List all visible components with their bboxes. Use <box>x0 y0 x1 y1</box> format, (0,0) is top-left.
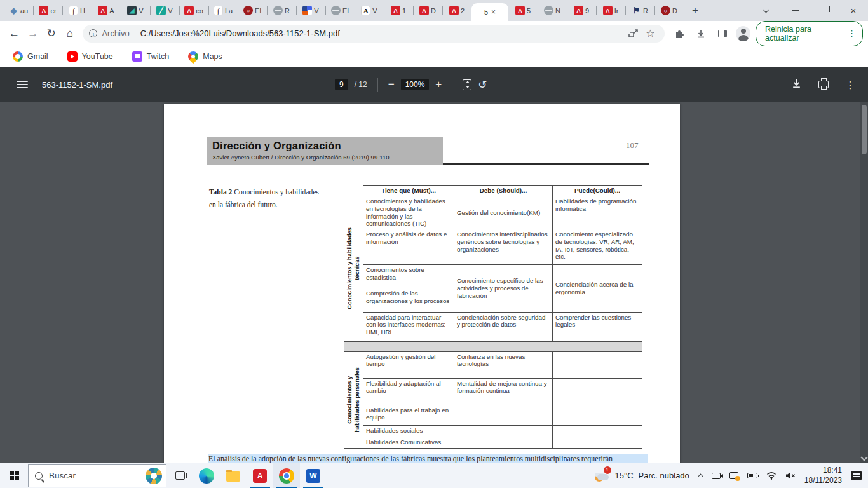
close-tab-icon[interactable]: × <box>491 8 496 17</box>
time: 18:41 <box>823 466 842 476</box>
browser-tab[interactable]: R <box>267 0 296 21</box>
meet-now-icon[interactable] <box>712 473 721 479</box>
active-browser-tab[interactable]: 5× <box>471 3 508 21</box>
wifi-icon[interactable] <box>766 471 776 480</box>
side-panel-icon[interactable] <box>714 25 731 42</box>
page-number-input[interactable]: 9 <box>335 79 348 90</box>
bookmark-label: Gmail <box>27 52 48 61</box>
acrobat-favicon: A <box>515 6 525 15</box>
browser-menu-kebab-icon[interactable]: ⋮ <box>848 29 856 38</box>
browser-tab[interactable]: A9 <box>567 0 596 21</box>
browser-tab[interactable]: AV <box>355 0 384 21</box>
new-tab-button[interactable]: + <box>686 2 704 20</box>
browser-tab[interactable]: El <box>325 0 355 21</box>
browser-tab[interactable]: ○El <box>238 0 267 21</box>
zoom-level-input[interactable]: 100% <box>401 79 430 90</box>
browser-tab[interactable]: ○D <box>654 0 684 21</box>
extensions-icon[interactable] <box>671 25 688 42</box>
tray-chevron-up-icon[interactable] <box>698 472 703 479</box>
browser-tab[interactable]: AIr <box>596 0 625 21</box>
browser-tab[interactable]: ∫La <box>208 0 238 21</box>
tab-title: V <box>314 7 318 15</box>
document-page-number: 107 <box>626 140 639 151</box>
pdf-print-icon[interactable] <box>818 81 829 88</box>
pdf-menu-icon[interactable] <box>17 81 28 88</box>
restore-button[interactable] <box>810 0 839 21</box>
restart-to-update-button[interactable]: Reinicia para actualizar ⋮ <box>756 21 863 46</box>
close-window-button[interactable]: × <box>839 0 868 21</box>
back-icon[interactable]: ← <box>5 24 24 43</box>
search-icon <box>35 472 43 480</box>
tab-title: 9 <box>585 7 589 15</box>
taskbar-app-edge[interactable] <box>193 463 220 488</box>
search-highlight-icon[interactable] <box>146 468 162 484</box>
volume-muted-icon[interactable] <box>785 471 796 480</box>
minimize-button[interactable] <box>780 0 810 21</box>
word-icon: W <box>306 469 320 483</box>
battery-icon[interactable] <box>747 473 757 478</box>
taskbar-search-input[interactable]: Buscar <box>28 464 166 487</box>
skills-table: Tiene que (Must)... Debe (Should)... Pue… <box>344 185 642 449</box>
taskbar-app-explorer[interactable] <box>220 463 247 488</box>
globe-favicon <box>331 6 341 15</box>
tab-search-chevron-icon[interactable] <box>751 0 780 21</box>
taskbar-app-acrobat[interactable]: A <box>247 463 273 488</box>
table-caption: Tabla 2 Conocimientos y habilidades en l… <box>209 186 319 211</box>
table-header: Puede(Could)... <box>553 186 642 196</box>
bookmark-youtube[interactable]: YouTube <box>67 51 113 62</box>
rotate-icon[interactable]: ↺ <box>478 78 487 92</box>
acrobat-icon: A <box>253 469 267 483</box>
downloads-icon[interactable] <box>693 25 709 42</box>
bookmark-maps[interactable]: Maps <box>188 51 222 62</box>
browser-tab[interactable]: Aco <box>179 0 208 21</box>
reload-icon[interactable]: ↻ <box>42 24 60 43</box>
section-label-personales: Conocimientos y habilidades personales <box>344 351 363 448</box>
browser-tab[interactable]: A5 <box>508 0 538 21</box>
table-cell: Habilidades de programación informática <box>553 196 642 229</box>
browser-tab[interactable]: ◆au <box>4 0 33 21</box>
browser-tab[interactable]: A1 <box>384 0 413 21</box>
weather-widget[interactable]: 1 15°C Parc. nublado <box>593 469 689 483</box>
bookmark-gmail[interactable]: Gmail <box>13 51 48 62</box>
home-icon[interactable]: ⌂ <box>60 24 79 43</box>
tab-title: V <box>139 7 143 15</box>
browser-tab[interactable]: ∫H <box>62 0 92 21</box>
profile-avatar[interactable] <box>736 26 750 41</box>
url-path: C:/Users/Jose%20Luis/Downloads/563-1152-… <box>140 29 340 38</box>
browser-tab[interactable]: N <box>538 0 567 21</box>
browser-tab[interactable]: ◢V <box>121 0 150 21</box>
zoom-out-button[interactable]: − <box>388 78 395 91</box>
address-bar[interactable]: i Archivo C:/Users/Jose%20Luis/Downloads… <box>83 25 665 43</box>
taskbar-app-chrome[interactable] <box>273 463 300 488</box>
taskbar-app-word[interactable]: W <box>300 463 327 488</box>
share-icon[interactable] <box>625 25 642 42</box>
browser-tab[interactable]: AD <box>413 0 442 21</box>
page-info-icon[interactable]: i <box>89 29 97 37</box>
sync-notification-icon[interactable] <box>729 472 738 479</box>
browser-tab[interactable]: ╱V <box>150 0 179 21</box>
bookmark-star-icon[interactable]: ☆ <box>642 25 658 42</box>
start-button[interactable] <box>0 463 28 488</box>
pdf-download-icon[interactable] <box>791 78 802 92</box>
pdf-scrollbar[interactable] <box>860 102 868 463</box>
acrobat-favicon: A <box>574 6 583 15</box>
table-cell: Gestión del conocimiento(KM) <box>454 196 553 229</box>
notification-center-icon[interactable] <box>851 471 862 480</box>
scrollbar-thumb[interactable] <box>862 105 867 154</box>
table-row: Conocimientos y habilidades personales A… <box>344 351 642 378</box>
fit-to-page-icon[interactable] <box>463 79 471 90</box>
pdf-more-icon[interactable]: ⋮ <box>845 79 855 91</box>
page-total: / 12 <box>355 80 367 89</box>
url-scheme: Archivo <box>102 29 129 38</box>
taskbar-clock[interactable]: 18:41 18/11/2023 <box>804 466 842 485</box>
bookmark-twitch[interactable]: Twitch <box>132 51 169 62</box>
zoom-in-button[interactable]: + <box>435 78 442 91</box>
browser-tab[interactable]: V <box>296 0 325 21</box>
forward-icon[interactable]: → <box>24 24 42 43</box>
browser-tab[interactable]: A2 <box>442 0 471 21</box>
scroll-down-icon[interactable] <box>860 454 867 461</box>
browser-tab[interactable]: ⚑R <box>625 0 654 21</box>
browser-tab[interactable]: Acr <box>33 0 62 21</box>
task-view-button[interactable] <box>166 463 193 488</box>
browser-tab[interactable]: AA <box>92 0 121 21</box>
